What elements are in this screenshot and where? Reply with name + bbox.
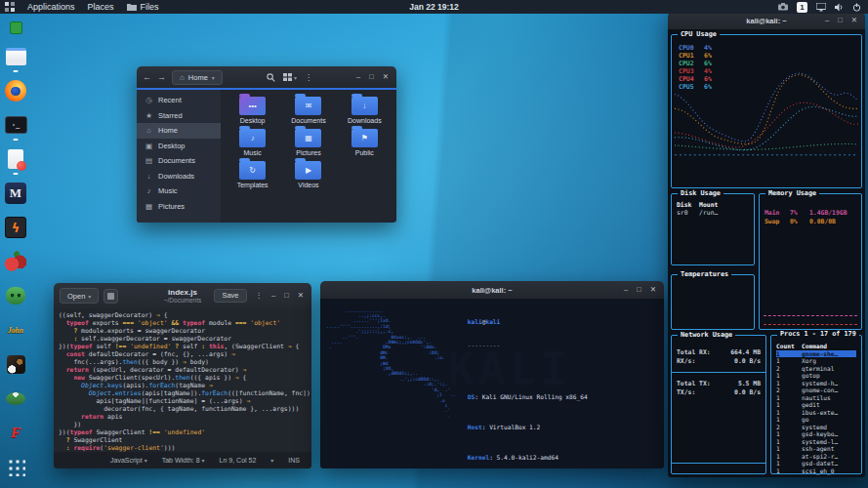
- sidebar-item-desktop[interactable]: ▣ Desktop: [137, 139, 221, 154]
- maximize-button[interactable]: □: [637, 286, 641, 294]
- menu-places[interactable]: Places: [88, 2, 114, 12]
- open-button[interactable]: Open▾: [60, 288, 99, 304]
- memory-row-swap: Swap0%0.0B/0B: [765, 218, 856, 226]
- terminal-body[interactable]: KALI .............. ..,;:ccc,. ......'''…: [320, 299, 664, 468]
- clock[interactable]: Jan 22 19:12: [409, 2, 459, 12]
- folder-icon: ✉: [295, 97, 321, 115]
- dock-item-faraday[interactable]: F: [4, 421, 27, 444]
- dock-item-zenmap[interactable]: [4, 284, 27, 307]
- menu-kebab-button[interactable]: ⋮: [256, 292, 264, 300]
- terminal-titlebar[interactable]: kali@kali: ~ – □ ✕: [320, 281, 664, 299]
- file-manager-titlebar[interactable]: ← → ⌂ Home ▾ ▾ ⋮ – □ ✕: [137, 66, 396, 90]
- process-row-systemd[interactable]: 2systemd: [776, 424, 856, 431]
- monitor-titlebar[interactable]: kali@kali: ~ – □ ✕: [668, 12, 865, 29]
- dock-item-searchsploit[interactable]: ϟ: [4, 216, 27, 239]
- dock-item-terminal[interactable]: ›_: [4, 113, 27, 137]
- cursor-position[interactable]: Ln 9, Col 52: [220, 457, 257, 464]
- folder-documents[interactable]: ✉ Documents: [280, 97, 336, 124]
- path-button[interactable]: ⌂ Home ▾: [172, 70, 223, 85]
- process-row-qterminal[interactable]: 2qterminal: [776, 365, 856, 373]
- close-button[interactable]: ✕: [383, 73, 389, 81]
- process-row-at-spi2-r[interactable]: 1at-spi2-r…: [776, 453, 856, 461]
- insert-mode-indicator[interactable]: INS: [288, 457, 300, 464]
- code-area[interactable]: ((self, swaggerDecorator) ⇒ { typeof exp…: [54, 308, 311, 452]
- process-row-gotop[interactable]: 1gotop: [776, 372, 856, 380]
- process-row-systemd-l[interactable]: 1systemd-l…: [776, 438, 856, 446]
- minimize-button[interactable]: –: [825, 17, 829, 24]
- folder-pictures[interactable]: ▦ Pictures: [280, 129, 336, 156]
- process-row-xorg[interactable]: 1Xorg: [776, 357, 856, 365]
- menu-kebab-button[interactable]: ⋮: [305, 73, 312, 82]
- close-button[interactable]: ✕: [298, 292, 304, 300]
- minimize-button[interactable]: –: [356, 73, 360, 81]
- dock-item-metasploit[interactable]: M: [4, 182, 27, 205]
- language-selector[interactable]: JavaScript ▾: [110, 457, 147, 464]
- sidebar-item-downloads[interactable]: ↓ Downloads: [137, 169, 221, 184]
- folder-templates[interactable]: ↻ Templates: [225, 161, 280, 188]
- memory-usage-box: Memory Usage Main7%1.4GB/19GB Swap0%0.0B…: [759, 193, 862, 330]
- dock-item-ettercap[interactable]: [4, 386, 27, 410]
- minimize-button[interactable]: –: [271, 292, 275, 300]
- workspace-indicator[interactable]: 1: [797, 2, 807, 13]
- cpu-core-row-cpu5: CPU56%: [679, 83, 712, 91]
- folder-icon: ▶: [295, 161, 321, 180]
- minimize-button[interactable]: –: [624, 286, 628, 294]
- back-button[interactable]: ←: [143, 72, 151, 82]
- process-row-gsd-datet[interactable]: 1gsd-datet…: [776, 460, 856, 468]
- dock-item-show-applications[interactable]: [4, 455, 27, 478]
- statusbar-dropdown[interactable]: ▾: [270, 457, 273, 464]
- save-button[interactable]: Save: [214, 289, 246, 304]
- maximize-button[interactable]: □: [838, 17, 843, 24]
- process-row-ssh-agent[interactable]: 1ssh-agent: [776, 445, 856, 453]
- chevron-down-icon: ▾: [212, 74, 215, 81]
- folder-videos[interactable]: ▶ Videos: [280, 161, 336, 188]
- close-button[interactable]: ✕: [650, 286, 656, 294]
- tray-screenshot-icon[interactable]: [778, 3, 788, 11]
- sidebar-item-starred[interactable]: ★ Starred: [137, 108, 221, 124]
- folder-public[interactable]: ⚑ Public: [337, 129, 393, 156]
- neofetch-line-os: OS: Kali GNU/Linux Rolling x86_64: [468, 393, 602, 401]
- display-icon[interactable]: [816, 3, 826, 12]
- folder-desktop[interactable]: ••• Desktop: [225, 97, 280, 124]
- tab-width-selector[interactable]: Tab Width: 8 ▾: [162, 457, 205, 464]
- view-toggle-button[interactable]: ▾: [283, 73, 297, 81]
- process-row-scsi-eh-0[interactable]: 1scsi_eh_0: [776, 468, 856, 475]
- dock-item-doberman-tool[interactable]: [4, 352, 27, 376]
- sidebar-item-home[interactable]: ⌂ Home: [137, 123, 221, 139]
- top-panel: Applications Places Files Jan 22 19:12 1: [0, 0, 868, 14]
- sidebar-item-documents[interactable]: ▤ Documents: [137, 153, 221, 169]
- dock-item-firefox[interactable]: [4, 79, 27, 102]
- process-row-nautilus[interactable]: 1nautilus: [776, 394, 856, 402]
- menu-applications[interactable]: Applications: [27, 2, 75, 12]
- process-row-go[interactable]: 1go: [776, 416, 856, 424]
- process-row-gedit[interactable]: 1gedit: [776, 401, 856, 409]
- process-row-gnome-con[interactable]: 2gnome-con…: [776, 386, 856, 394]
- cpu-core-row-cpu2: CPU26%: [679, 60, 712, 67]
- sidebar-item-recent[interactable]: ◷ Recent: [137, 93, 221, 108]
- volume-icon[interactable]: [835, 3, 844, 12]
- dock-item-file-manager[interactable]: [4, 45, 27, 68]
- process-row-ibus-exte[interactable]: 1ibus-exte…: [776, 409, 856, 417]
- dock-item-john-the-ripper[interactable]: John: [4, 318, 27, 342]
- new-tab-button[interactable]: [103, 289, 118, 304]
- dock-item-text-editor[interactable]: [4, 147, 27, 171]
- process-row-gnome-she[interactable]: 1gnome-she…: [776, 350, 856, 358]
- maximize-button[interactable]: □: [369, 73, 374, 81]
- process-row-systemd-h[interactable]: 1systemd-h…: [776, 380, 856, 387]
- process-row-gsd-keybo[interactable]: 1gsd-keybo…: [776, 430, 856, 438]
- activities-grid-icon[interactable]: [5, 2, 15, 12]
- maximize-button[interactable]: □: [284, 292, 289, 300]
- forward-button[interactable]: →: [157, 72, 166, 82]
- search-button[interactable]: [267, 73, 275, 82]
- folder-label: Pictures: [296, 149, 320, 156]
- editor-titlebar[interactable]: Open▾ index.js ~/Documents Save ⋮ – □ ✕: [54, 283, 311, 308]
- dock-item-cherrytree[interactable]: [4, 250, 27, 273]
- folder-downloads[interactable]: ↓ Downloads: [337, 97, 393, 124]
- dock-item-green-shortcut[interactable]: [4, 21, 27, 34]
- sidebar-item-music[interactable]: ♪ Music: [137, 183, 221, 199]
- sidebar-item-pictures[interactable]: ▦ Pictures: [137, 199, 221, 215]
- folder-music[interactable]: ♪ Music: [225, 129, 280, 156]
- power-icon[interactable]: [852, 3, 861, 12]
- menu-files[interactable]: Files: [127, 2, 159, 12]
- close-button[interactable]: ✕: [851, 17, 857, 24]
